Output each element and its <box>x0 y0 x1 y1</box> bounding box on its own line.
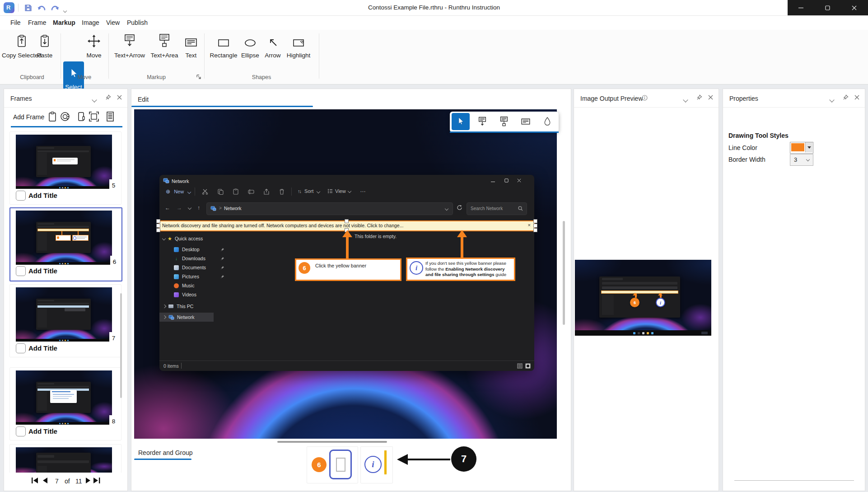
frame-thumbnail-partial[interactable] <box>9 444 121 473</box>
rename-icon[interactable] <box>248 188 254 195</box>
paste-button[interactable]: Paste <box>34 33 55 59</box>
pin-icon[interactable] <box>843 94 849 100</box>
search-box[interactable]: Search Network <box>467 202 527 215</box>
close-panel-icon[interactable] <box>854 95 859 100</box>
frame-thumbnail-7[interactable]: 7 Add Title <box>9 284 121 357</box>
address-dropdown-chevron[interactable] <box>445 207 448 211</box>
selection-handle[interactable] <box>533 228 537 232</box>
frames-scrollbar[interactable] <box>120 293 122 398</box>
canvas-text-area-tool[interactable] <box>495 113 513 130</box>
sidebar-item-this-pc[interactable]: This PC <box>159 302 214 311</box>
address-bar[interactable]: > Network <box>206 202 453 215</box>
add-frame-document-icon[interactable] <box>104 111 116 122</box>
close-panel-icon[interactable] <box>117 95 122 100</box>
panel-resize-line[interactable] <box>734 480 854 481</box>
menu-markup[interactable]: Markup <box>53 19 75 26</box>
explorer-maximize-icon[interactable] <box>504 178 509 183</box>
selection-handle[interactable] <box>156 224 160 228</box>
canvas-vertical-scrollbar[interactable] <box>563 221 565 325</box>
move-tool-button[interactable]: Move <box>85 33 103 59</box>
menu-publish[interactable]: Publish <box>127 19 148 26</box>
callout-info[interactable]: i If you don't see this yellow banner pl… <box>406 258 515 281</box>
maximize-button[interactable] <box>814 0 841 15</box>
sidebar-item-network-selected[interactable]: Network <box>159 313 214 322</box>
rectangle-tool-button[interactable]: Rectangle <box>209 33 238 59</box>
ellipse-tool-button[interactable]: Ellipse <box>239 33 261 59</box>
callout-arrow-2-head[interactable] <box>457 230 467 237</box>
add-frame-capture-icon[interactable] <box>59 111 71 122</box>
breadcrumb-item[interactable]: Network <box>224 206 242 211</box>
callout-arrow-1-head[interactable] <box>342 230 352 237</box>
cut-icon[interactable] <box>202 188 208 195</box>
first-frame-button[interactable] <box>31 477 39 484</box>
large-icons-view-icon[interactable] <box>525 363 531 369</box>
selection-handle[interactable] <box>533 219 537 223</box>
markup-dialog-launcher-icon[interactable] <box>196 74 202 80</box>
canvas-text-tool[interactable] <box>517 113 535 130</box>
add-frame-device-icon[interactable] <box>75 111 87 122</box>
explorer-view-button[interactable]: View <box>327 188 351 194</box>
close-panel-icon[interactable] <box>708 95 713 100</box>
explorer-new-button[interactable]: ⊕ New <box>166 188 191 195</box>
canvas-text-arrow-tool[interactable] <box>473 113 491 130</box>
add-title-checkbox[interactable] <box>16 266 26 276</box>
explorer-close-icon[interactable] <box>517 178 521 183</box>
pin-icon[interactable] <box>105 94 111 100</box>
line-color-dropdown-button[interactable] <box>805 142 812 152</box>
sidebar-item-quick-access[interactable]: ★ Quick access <box>159 234 214 243</box>
arrow-tool-button[interactable]: Arrow <box>263 33 283 59</box>
minimize-button[interactable] <box>788 0 814 15</box>
canvas-horizontal-scrollbar[interactable] <box>277 441 387 443</box>
sidebar-item-videos[interactable]: Videos <box>159 290 228 299</box>
edit-canvas[interactable]: Network ⊕ New <box>134 109 557 439</box>
markup-group-2[interactable]: i <box>360 446 393 483</box>
menu-view[interactable]: View <box>106 19 120 26</box>
canvas-color-drop-tool[interactable] <box>538 113 556 130</box>
add-title-checkbox[interactable] <box>16 426 26 436</box>
sidebar-item-documents[interactable]: Documents <box>159 263 228 272</box>
selection-handle[interactable] <box>533 224 537 228</box>
border-width-select[interactable]: 3 <box>790 154 813 166</box>
explorer-more-button[interactable]: … <box>360 187 366 193</box>
previous-frame-button[interactable] <box>42 477 48 484</box>
banner-close-icon[interactable]: × <box>528 222 531 228</box>
last-frame-button[interactable] <box>93 477 101 484</box>
frame-thumbnail-6-selected[interactable]: 6 Add Title <box>9 207 122 281</box>
callout-arrow-2-shaft[interactable] <box>461 237 463 258</box>
add-frame-region-icon[interactable] <box>88 111 100 122</box>
forward-icon[interactable]: → <box>177 205 182 211</box>
close-button[interactable] <box>841 0 868 15</box>
explorer-sort-button[interactable]: ↑↓ Sort <box>298 188 320 194</box>
collapse-chevron-icon[interactable] <box>830 95 834 103</box>
add-frame-paste-icon[interactable] <box>47 111 58 122</box>
share-icon[interactable] <box>263 188 270 195</box>
canvas-select-tool[interactable] <box>452 113 470 130</box>
copy-selected-button[interactable]: Copy Selected <box>8 33 35 59</box>
text-arrow-tool-button[interactable]: Text+Arrow <box>114 33 145 59</box>
back-icon[interactable]: ← <box>165 205 170 211</box>
line-color-picker[interactable] <box>790 142 813 154</box>
collapse-chevron-icon[interactable] <box>684 95 687 103</box>
details-view-icon[interactable] <box>517 363 523 369</box>
text-tool-button[interactable]: Text <box>182 33 200 59</box>
delete-icon[interactable] <box>279 188 285 195</box>
menu-file[interactable]: File <box>10 19 21 26</box>
edit-tab[interactable]: Edit <box>138 96 149 103</box>
add-title-checkbox[interactable] <box>16 191 26 201</box>
markup-group-1[interactable]: 6 <box>307 446 358 483</box>
text-area-tool-button[interactable]: Text+Area <box>149 33 180 59</box>
selection-handle[interactable] <box>345 219 349 223</box>
copy-icon[interactable] <box>217 188 224 195</box>
explorer-minimize-icon[interactable] <box>491 180 495 184</box>
callout-arrow-1-shaft[interactable] <box>346 237 349 258</box>
up-icon[interactable]: ↑ <box>197 205 200 211</box>
frame-thumbnail-5[interactable]: 5 Add Title <box>9 131 121 205</box>
pin-icon[interactable] <box>696 94 702 100</box>
menu-frame[interactable]: Frame <box>28 19 46 26</box>
recent-locations-chevron[interactable] <box>188 206 191 210</box>
highlight-tool-button[interactable]: Highlight <box>285 33 313 59</box>
callout-step-6[interactable]: 6 Click the yellow banner <box>295 258 401 281</box>
add-title-checkbox[interactable] <box>16 343 26 353</box>
selection-handle[interactable] <box>156 219 160 223</box>
sidebar-item-music[interactable]: Music <box>159 281 228 290</box>
